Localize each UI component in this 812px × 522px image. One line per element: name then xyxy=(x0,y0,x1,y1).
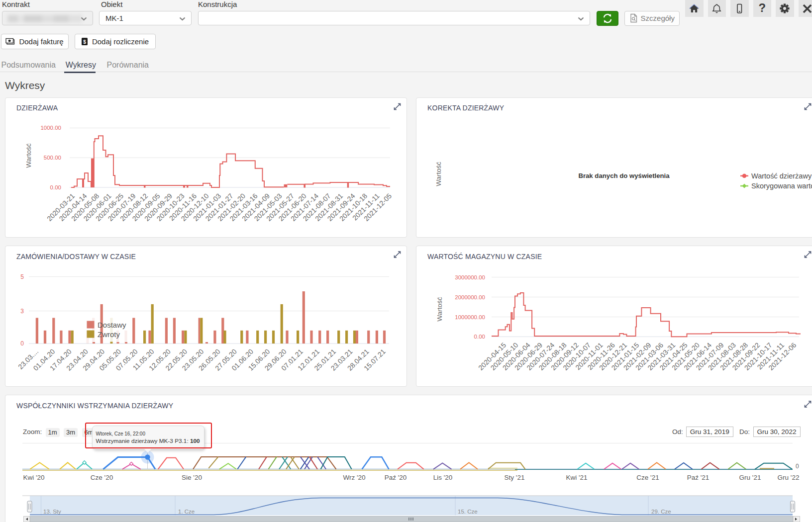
svg-text:$: $ xyxy=(83,39,86,44)
